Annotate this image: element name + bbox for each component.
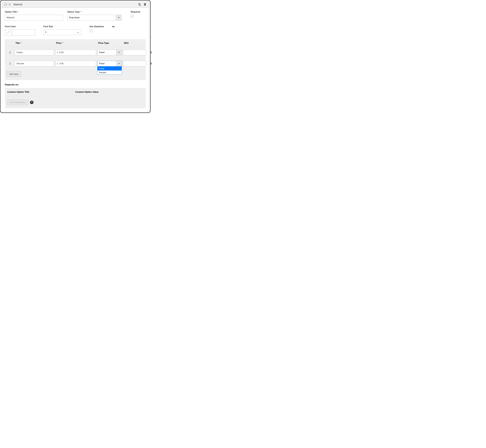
option-title-input[interactable] (5, 15, 63, 20)
font-color-input[interactable] (12, 29, 35, 36)
help-icon[interactable]: ? (30, 101, 33, 104)
dropdown-option[interactable]: Percent (97, 71, 122, 74)
value-price-input[interactable] (55, 61, 96, 66)
chevron-down-icon (116, 61, 122, 66)
chevron-down-icon (116, 15, 121, 20)
chevron-down-icon (116, 50, 122, 55)
value-sku-input[interactable] (123, 50, 146, 55)
option-type-dropdown[interactable]: Drop-down (67, 15, 122, 20)
required-label: Required (131, 11, 146, 13)
truncated-label: es (112, 25, 115, 28)
depends-grid: Custom Option Title Custom Option Value … (5, 88, 146, 108)
value-row: $ Fixed (5, 47, 146, 58)
collapse-toggle-icon[interactable] (4, 3, 7, 6)
depends-on-label: Depends on: (5, 83, 146, 86)
option-title-label: Option Title* (5, 11, 63, 13)
use-swatches-checkbox[interactable] (89, 29, 92, 32)
dropdown-option[interactable]: Fixed (97, 67, 122, 71)
add-dependency-button[interactable]: Add Dependency (7, 99, 28, 105)
value-title-input[interactable] (15, 61, 54, 66)
panel-title: Material (12, 3, 136, 6)
drag-handle-icon[interactable] (9, 63, 11, 65)
delete-row-icon[interactable] (147, 62, 154, 65)
required-checkbox[interactable] (131, 15, 134, 18)
values-grid: Title* Price* Price Type SKU $ Fixed (5, 39, 146, 80)
use-swatches-label: Use Swatches (89, 25, 104, 28)
value-price-input[interactable] (55, 50, 96, 55)
depends-col-title: Custom Option Title (7, 91, 75, 93)
option-panel: Material Option Title* Option Type* (1, 1, 149, 112)
value-title-input[interactable] (15, 50, 54, 55)
value-sku-input[interactable] (123, 61, 146, 66)
price-type-dropdown-menu: Fixed Percent (97, 66, 122, 75)
col-price-label: Price* (55, 42, 96, 44)
panel-header: Material (2, 2, 149, 8)
col-pricetype-label: Price Type (97, 42, 122, 44)
font-color-swatch[interactable] (5, 29, 11, 36)
col-sku-label: SKU (123, 42, 146, 44)
font-size-input[interactable] (43, 29, 81, 35)
depends-col-value: Custom Option Value (75, 91, 143, 93)
font-size-label: Font Size (43, 25, 81, 28)
option-type-label: Option Type* (67, 11, 122, 13)
price-type-dropdown[interactable]: Fixed (97, 61, 122, 66)
drag-handle-icon[interactable] (9, 3, 10, 6)
delete-row-icon[interactable] (147, 51, 154, 54)
drag-handle-icon[interactable] (9, 51, 11, 54)
duplicate-icon[interactable] (138, 3, 141, 6)
price-type-dropdown[interactable]: Fixed (97, 50, 122, 55)
add-value-button[interactable]: Add Value (7, 71, 21, 77)
font-color-label: Font Color (5, 25, 35, 28)
col-title-label: Title* (15, 42, 54, 44)
delete-icon[interactable] (144, 3, 146, 6)
value-row: $ Fixed Fixed Percent (5, 58, 146, 69)
